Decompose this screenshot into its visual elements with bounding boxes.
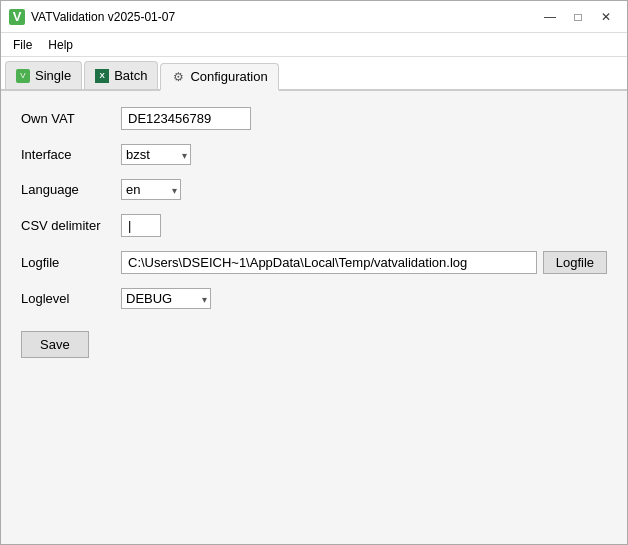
language-label: Language — [21, 182, 121, 197]
close-button[interactable]: ✕ — [593, 6, 619, 28]
title-bar: V VATValidation v2025-01-07 — □ ✕ — [1, 1, 627, 33]
language-select-wrapper: en de fr — [121, 179, 181, 200]
maximize-button[interactable]: □ — [565, 6, 591, 28]
csv-delimiter-input[interactable] — [121, 214, 161, 237]
main-window: V VATValidation v2025-01-07 — □ ✕ File H… — [0, 0, 628, 545]
tab-single-label: Single — [35, 68, 71, 83]
tab-bar: V Single X Batch ⚙ Configuration — [1, 57, 627, 91]
content-area: Own VAT Interface bzst eu Language en de… — [1, 91, 627, 544]
logfile-button[interactable]: Logfile — [543, 251, 607, 274]
loglevel-label: Loglevel — [21, 291, 121, 306]
app-icon: V — [9, 9, 25, 25]
menu-help[interactable]: Help — [40, 36, 81, 54]
menu-bar: File Help — [1, 33, 627, 57]
tab-single[interactable]: V Single — [5, 61, 82, 89]
logfile-row: Logfile Logfile — [21, 251, 607, 274]
config-icon: ⚙ — [171, 70, 185, 84]
logfile-label: Logfile — [21, 255, 121, 270]
loglevel-select[interactable]: DEBUG INFO WARNING ERROR — [121, 288, 211, 309]
interface-row: Interface bzst eu — [21, 144, 607, 165]
save-row: Save — [21, 323, 607, 358]
language-select[interactable]: en de fr — [121, 179, 181, 200]
tab-batch[interactable]: X Batch — [84, 61, 158, 89]
interface-select[interactable]: bzst eu — [121, 144, 191, 165]
interface-select-wrapper: bzst eu — [121, 144, 191, 165]
loglevel-select-wrapper: DEBUG INFO WARNING ERROR — [121, 288, 211, 309]
single-icon: V — [16, 69, 30, 83]
save-button[interactable]: Save — [21, 331, 89, 358]
menu-file[interactable]: File — [5, 36, 40, 54]
loglevel-row: Loglevel DEBUG INFO WARNING ERROR — [21, 288, 607, 309]
minimize-button[interactable]: — — [537, 6, 563, 28]
tab-configuration-label: Configuration — [190, 69, 267, 84]
window-title: VATValidation v2025-01-07 — [31, 10, 537, 24]
csv-delimiter-row: CSV delimiter — [21, 214, 607, 237]
own-vat-row: Own VAT — [21, 107, 607, 130]
csv-delimiter-label: CSV delimiter — [21, 218, 121, 233]
logfile-input[interactable] — [121, 251, 537, 274]
language-row: Language en de fr — [21, 179, 607, 200]
tab-batch-label: Batch — [114, 68, 147, 83]
batch-icon: X — [95, 69, 109, 83]
interface-label: Interface — [21, 147, 121, 162]
window-controls: — □ ✕ — [537, 6, 619, 28]
own-vat-label: Own VAT — [21, 111, 121, 126]
tab-configuration[interactable]: ⚙ Configuration — [160, 63, 278, 91]
own-vat-input[interactable] — [121, 107, 251, 130]
